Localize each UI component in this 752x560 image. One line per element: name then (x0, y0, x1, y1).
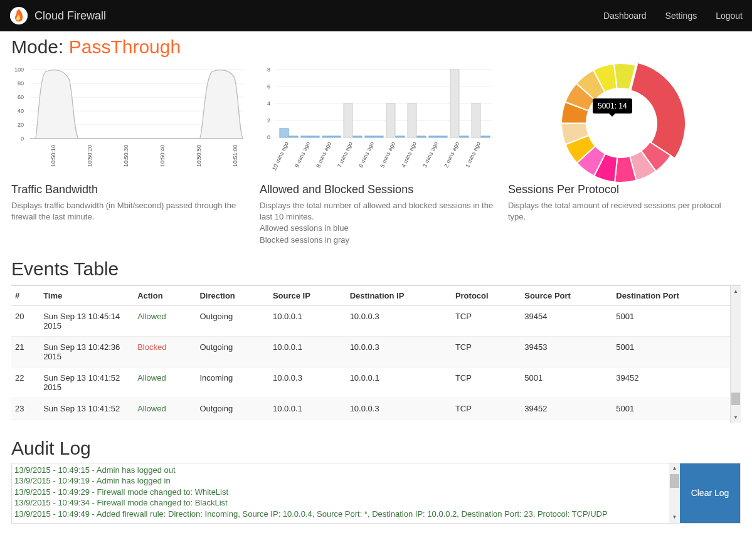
table-cell: Blocked (134, 336, 196, 367)
svg-text:1 mins ago: 1 mins ago (464, 141, 482, 169)
svg-rect-42 (417, 136, 426, 137)
nav-links: Dashboard Settings Logout (603, 11, 743, 21)
svg-text:40: 40 (18, 108, 24, 114)
svg-rect-39 (386, 103, 395, 137)
table-cell: Outgoing (196, 398, 269, 419)
table-row[interactable]: 23Sun Sep 13 10:41:52AllowedOutgoing10.0… (11, 398, 733, 419)
svg-rect-45 (450, 70, 459, 137)
svg-text:10 mins ago: 10 mins ago (271, 141, 290, 172)
svg-text:20: 20 (18, 122, 24, 128)
svg-text:10:50:40: 10:50:40 (159, 145, 166, 167)
mode-value: PassThrough (69, 36, 181, 57)
table-header: Source Port (521, 286, 612, 306)
table-cell: 10.0.0.1 (269, 305, 346, 336)
table-cell: 10.0.0.1 (269, 398, 346, 419)
sessions-bar-chart: 8 6 4 2 0 (260, 60, 498, 179)
table-row[interactable]: 22Sun Sep 13 10:41:52 2015AllowedIncomin… (11, 367, 733, 398)
nav-settings[interactable]: Settings (665, 11, 697, 21)
scroll-thumb[interactable] (670, 474, 679, 488)
table-row[interactable]: 20Sun Sep 13 10:45:14 2015AllowedOutgoin… (11, 305, 733, 336)
table-header: Protocol (452, 286, 521, 306)
svg-text:10:50:10: 10:50:10 (50, 145, 56, 167)
table-header: # (11, 286, 40, 306)
table-cell: 10.0.0.1 (269, 336, 346, 367)
chart-sessions: 8 6 4 2 0 (260, 60, 498, 246)
audit-row: 13/9/2015 - 10:49:15 - Admin has logged … (11, 463, 741, 524)
svg-text:9 mins ago: 9 mins ago (294, 141, 311, 169)
brand-title: Cloud Firewall (34, 9, 106, 23)
table-cell: 39454 (521, 305, 612, 336)
table-cell: TCP (452, 367, 521, 398)
brand[interactable]: Cloud Firewall (9, 6, 106, 25)
nav-logout[interactable]: Logout (716, 11, 743, 21)
svg-rect-48 (481, 136, 490, 137)
svg-text:7 mins ago: 7 mins ago (336, 141, 354, 169)
events-scrollbar[interactable]: ▲ ▼ (730, 286, 741, 423)
table-cell: Sun Sep 13 10:45:14 2015 (40, 305, 134, 336)
scroll-down-icon[interactable]: ▼ (669, 512, 680, 523)
table-cell: 22 (11, 367, 40, 398)
svg-rect-37 (365, 136, 374, 137)
table-header: Destination Port (612, 286, 733, 306)
table-cell: Allowed (134, 367, 196, 398)
svg-rect-43 (429, 136, 438, 137)
table-cell: TCP (452, 398, 521, 419)
audit-scrollbar[interactable]: ▲ ▼ (669, 463, 680, 523)
svg-text:60: 60 (18, 94, 24, 100)
table-header: Direction (196, 286, 269, 306)
svg-text:4: 4 (267, 100, 270, 107)
chart-sessions-desc: Displays the total number of allowed and… (260, 200, 498, 246)
svg-rect-38 (374, 136, 383, 137)
chart-protocol-desc: Displays the total amount of recieved se… (508, 200, 734, 223)
svg-text:80: 80 (18, 80, 24, 87)
table-cell: TCP (452, 305, 521, 336)
audit-line: 13/9/2015 - 10:49:29 - Firewall mode cha… (14, 487, 677, 498)
svg-rect-34 (332, 136, 341, 137)
table-cell: Sun Sep 13 10:42:36 2015 (40, 336, 134, 367)
svg-text:0: 0 (267, 134, 270, 140)
table-cell: 10.0.0.3 (346, 336, 452, 367)
svg-text:0: 0 (21, 135, 24, 142)
navbar: Cloud Firewall Dashboard Settings Logout (0, 0, 752, 31)
chart-sessions-title: Allowed and Blocked Sessions (260, 183, 498, 196)
nav-dashboard[interactable]: Dashboard (603, 11, 647, 21)
table-cell: 10.0.0.3 (269, 367, 346, 398)
chart-protocol: 5001: 14 Sessions Per Protocol Displays … (508, 60, 734, 246)
svg-text:2: 2 (267, 117, 270, 124)
table-cell: 10.0.0.3 (346, 305, 452, 336)
scroll-down-icon[interactable]: ▼ (731, 412, 741, 423)
table-header: Time (40, 286, 134, 306)
svg-text:10:50:30: 10:50:30 (123, 145, 129, 167)
svg-text:3 mins ago: 3 mins ago (421, 141, 439, 169)
svg-text:10:50:50: 10:50:50 (196, 145, 202, 167)
audit-line: 13/9/2015 - 10:49:15 - Admin has logged … (14, 465, 677, 476)
table-cell: Allowed (134, 305, 196, 336)
table-cell: 10.0.0.1 (346, 367, 452, 398)
table-cell: Outgoing (196, 305, 269, 336)
svg-rect-35 (344, 103, 352, 137)
table-cell: 20 (11, 305, 40, 336)
svg-text:6 mins ago: 6 mins ago (357, 141, 375, 169)
events-table: #TimeActionDirectionSource IPDestination… (11, 286, 733, 420)
scroll-up-icon[interactable]: ▲ (669, 463, 680, 474)
table-cell: Sun Sep 13 10:41:52 (40, 398, 134, 419)
audit-line: 13/9/2015 - 10:49:49 - Added firewall ru… (14, 509, 677, 520)
scroll-up-icon[interactable]: ▲ (731, 286, 741, 297)
table-cell: Sun Sep 13 10:41:52 2015 (40, 367, 134, 398)
svg-text:10:51:00: 10:51:00 (232, 145, 238, 167)
table-header: Action (134, 286, 196, 306)
audit-log[interactable]: 13/9/2015 - 10:49:15 - Admin has logged … (12, 463, 680, 523)
table-cell: 5001 (612, 398, 733, 419)
clear-log-button[interactable]: Clear Log (680, 463, 740, 523)
scroll-thumb[interactable] (731, 393, 740, 405)
svg-rect-29 (280, 129, 289, 137)
table-cell: Outgoing (196, 336, 269, 367)
svg-rect-31 (301, 136, 310, 137)
svg-text:2 mins ago: 2 mins ago (443, 141, 460, 169)
table-cell: 5001 (612, 336, 733, 367)
table-row[interactable]: 21Sun Sep 13 10:42:36 2015BlockedOutgoin… (11, 336, 733, 367)
table-cell: 5001 (612, 305, 733, 336)
svg-text:100: 100 (14, 66, 24, 73)
table-cell: Incoming (196, 367, 269, 398)
table-cell: 39453 (521, 336, 612, 367)
